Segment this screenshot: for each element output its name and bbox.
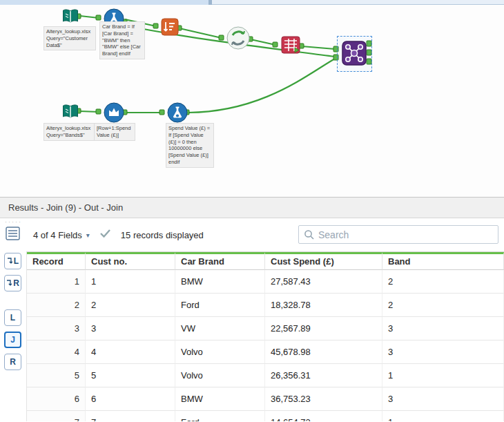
input-arrow-icon bbox=[6, 279, 12, 287]
table-cell: 45,678.98 bbox=[265, 341, 382, 364]
tool-annotation[interactable]: Alteryx_lookup.xlsx Query="Bands$" bbox=[43, 123, 96, 141]
anchor-letter: L bbox=[10, 313, 15, 323]
anchor-letter: J bbox=[10, 335, 15, 345]
table-cell: 27,587.43 bbox=[265, 270, 382, 294]
anchor-letter: R bbox=[13, 278, 19, 288]
connection-wire[interactable] bbox=[188, 59, 335, 113]
table-cell: 2 bbox=[86, 294, 175, 317]
table-cell: 1 bbox=[27, 270, 86, 294]
table-view-toggle[interactable] bbox=[6, 227, 20, 243]
rail-drag-handle[interactable]: ····· bbox=[5, 218, 22, 225]
anchor-rail: ····· L R L bbox=[0, 218, 26, 421]
table-cell: 1 bbox=[86, 270, 175, 294]
sort-tool[interactable] bbox=[161, 18, 179, 36]
table-row[interactable]: 22Ford18,328.782 bbox=[27, 294, 504, 317]
table-cell: 4 bbox=[27, 341, 86, 364]
input-data-tool-2[interactable] bbox=[61, 102, 80, 122]
output-anchor-J-button-active[interactable]: J bbox=[4, 332, 21, 348]
multi-row-formula-crown-icon bbox=[104, 102, 124, 123]
table-cell: Volvo bbox=[175, 364, 265, 387]
records-displayed-label: 15 records displayed bbox=[121, 230, 204, 240]
table-cell: 3 bbox=[382, 317, 504, 341]
input-arrow-icon bbox=[7, 257, 12, 265]
column-header[interactable]: Cust Spend (£) bbox=[265, 252, 382, 270]
input-data-tool[interactable] bbox=[61, 7, 80, 26]
search-box bbox=[298, 225, 498, 244]
table-cell: 2 bbox=[382, 294, 504, 317]
search-icon bbox=[304, 229, 315, 240]
formula-flask-icon bbox=[167, 102, 188, 123]
results-panel-title: Results - Join (9) - Out - Join bbox=[0, 198, 504, 218]
output-anchor-R-button[interactable]: R bbox=[4, 354, 21, 370]
formula-tool-2[interactable] bbox=[167, 102, 188, 123]
table-cell: 26,356.31 bbox=[265, 364, 382, 387]
connection-wire[interactable] bbox=[251, 39, 275, 45]
table-cell: 4 bbox=[86, 341, 175, 364]
table-cell: Ford bbox=[175, 411, 265, 421]
table-list-icon bbox=[6, 227, 20, 240]
tool-annotation[interactable]: Car Brand = If [Car Brand] = "BWM" then … bbox=[99, 21, 145, 59]
fields-dropdown-label: 4 of 4 Fields bbox=[33, 230, 82, 240]
union-tool[interactable] bbox=[226, 26, 250, 50]
table-cell: 5 bbox=[27, 364, 86, 387]
results-data-grid: RecordCust no.Car BrandCust Spend (£)Ban… bbox=[26, 251, 504, 421]
column-header[interactable]: Cust no. bbox=[86, 252, 175, 270]
results-body: ····· L R L bbox=[0, 218, 504, 421]
table-cell: 2 bbox=[27, 294, 86, 317]
union-circular-arrows-icon bbox=[226, 26, 250, 50]
output-anchor-L-button[interactable]: L bbox=[4, 309, 21, 326]
workflow-canvas[interactable]: Alteryx_lookup.xlsx Query="Customer Data… bbox=[0, 0, 504, 198]
table-row[interactable]: 66BMW36,753.233 bbox=[27, 387, 504, 411]
table-cell: 3 bbox=[27, 317, 86, 341]
tool-annotation[interactable]: Spend Value (£) = If [Spend Value (£)] =… bbox=[166, 123, 214, 168]
sort-icon bbox=[161, 18, 179, 36]
table-cell: 3 bbox=[382, 387, 504, 411]
column-header[interactable]: Car Brand bbox=[175, 252, 265, 270]
chevron-down-icon: ▾ bbox=[86, 231, 90, 239]
table-cell: 3 bbox=[86, 317, 175, 341]
table-header-row: RecordCust no.Car BrandCust Spend (£)Ban… bbox=[27, 252, 504, 270]
table-cell: 7 bbox=[86, 411, 175, 421]
multi-row-formula-tool[interactable] bbox=[104, 102, 124, 123]
table-cell: BMW bbox=[175, 270, 265, 294]
apply-checkmark-icon[interactable] bbox=[99, 229, 111, 241]
macro-network-icon bbox=[341, 40, 367, 66]
results-panel: Results - Join (9) - Out - Join ····· L bbox=[0, 198, 504, 422]
table-cell: 14,654.73 bbox=[265, 411, 382, 421]
search-input[interactable] bbox=[299, 226, 498, 243]
table-cell: 18,328.78 bbox=[265, 294, 382, 317]
join-macro-tool-selected[interactable] bbox=[341, 40, 367, 66]
tool-annotation[interactable]: [Row+1:Spend Value (£)] bbox=[94, 123, 135, 141]
input-data-book-icon bbox=[61, 102, 80, 122]
table-row[interactable]: 33VW22,567.893 bbox=[27, 317, 504, 341]
table-cell: Volvo bbox=[175, 341, 265, 364]
table-cell: 6 bbox=[27, 387, 86, 411]
input-data-book-icon bbox=[61, 7, 80, 26]
connection-wire[interactable] bbox=[302, 46, 335, 49]
table-cell: 1 bbox=[382, 364, 504, 387]
select-tool[interactable] bbox=[280, 35, 301, 55]
table-cell: 36,753.23 bbox=[265, 387, 382, 411]
table-cell: 7 bbox=[27, 411, 86, 421]
table-row[interactable]: 77Ford14,654.731 bbox=[27, 411, 504, 421]
table-cell: 2 bbox=[382, 270, 504, 294]
table-cell: 6 bbox=[86, 387, 175, 411]
table-body: 11BMW27,587.43222Ford18,328.78233VW22,56… bbox=[27, 270, 504, 421]
table-cell: 5 bbox=[86, 364, 175, 387]
table-cell: 3 bbox=[382, 341, 504, 364]
table-row[interactable]: 55Volvo26,356.311 bbox=[27, 364, 504, 387]
tool-annotation[interactable]: Alteryx_lookup.xlsx Query="Customer Data… bbox=[43, 26, 96, 50]
anchor-letter: L bbox=[14, 256, 19, 266]
results-toolbar: 4 of 4 Fields ▾ 15 records displayed bbox=[26, 218, 504, 251]
input-anchor-L-button[interactable]: L bbox=[4, 253, 21, 269]
table-row[interactable]: 11BMW27,587.432 bbox=[27, 270, 504, 294]
column-header[interactable]: Record bbox=[27, 252, 86, 270]
anchor-letter: R bbox=[10, 357, 16, 367]
table-cell: Ford bbox=[175, 294, 265, 317]
table-cell: VW bbox=[175, 317, 265, 341]
fields-dropdown[interactable]: 4 of 4 Fields ▾ bbox=[33, 230, 90, 240]
input-anchor-R-button[interactable]: R bbox=[4, 275, 21, 291]
table-cell: 1 bbox=[382, 411, 504, 421]
table-row[interactable]: 44Volvo45,678.983 bbox=[27, 341, 504, 364]
column-header[interactable]: Band bbox=[382, 252, 504, 270]
